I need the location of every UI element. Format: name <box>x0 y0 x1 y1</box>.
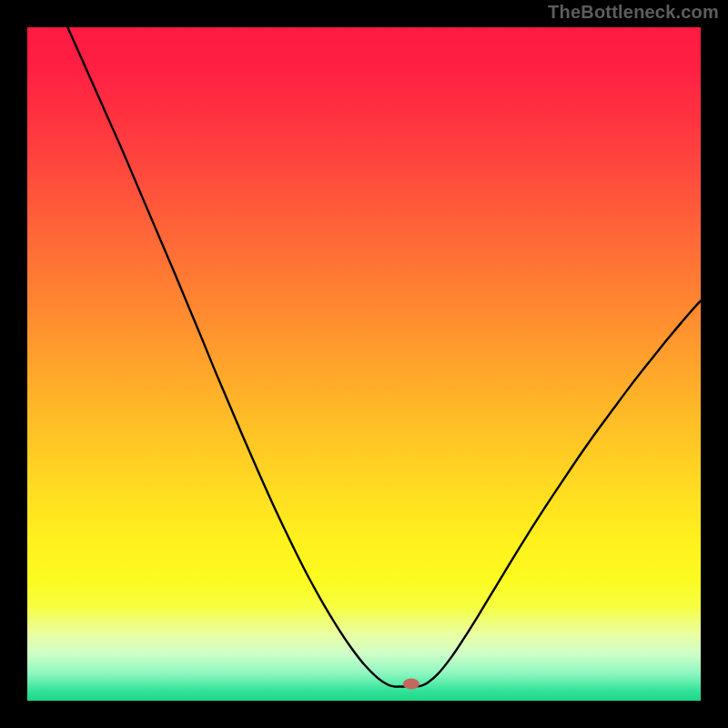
plot-background <box>27 27 701 701</box>
chart-frame: TheBottleneck.com <box>0 0 728 728</box>
optimal-marker <box>403 679 420 690</box>
watermark-label: TheBottleneck.com <box>548 2 719 23</box>
bottleneck-chart <box>0 0 728 728</box>
